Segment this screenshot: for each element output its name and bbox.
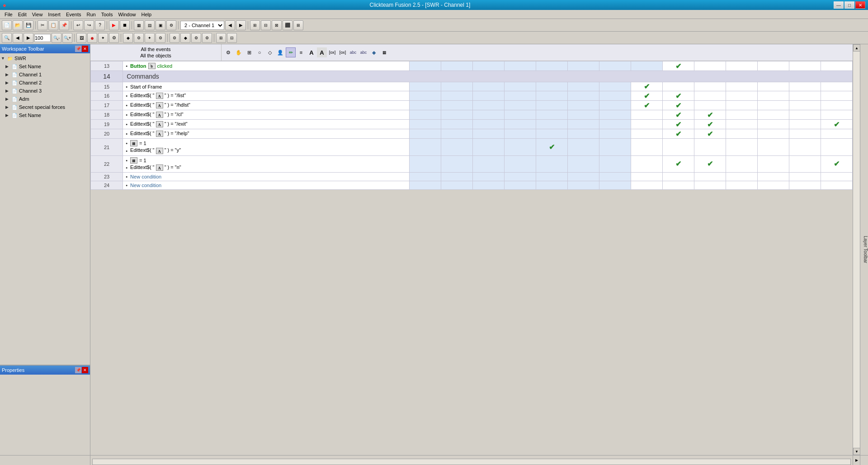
action-17-8[interactable]: ✔ <box>663 101 694 110</box>
obj-icon-text-a2[interactable]: A <box>317 47 327 57</box>
action-20-7[interactable] <box>631 129 663 139</box>
action-16-6[interactable] <box>599 91 631 101</box>
action-18-2[interactable] <box>473 110 505 120</box>
swr-expand-icon[interactable]: ▼ <box>1 56 6 61</box>
action-20-9[interactable]: ✔ <box>694 129 726 139</box>
action-15-9[interactable] <box>694 82 726 91</box>
action-24-0[interactable] <box>410 181 441 189</box>
action-15-12[interactable] <box>789 82 821 91</box>
action-24-9[interactable] <box>694 181 726 189</box>
condition-cell-24[interactable]: • New condition <box>123 181 410 189</box>
prev-result[interactable]: ◀ <box>13 33 23 43</box>
action-22-11[interactable] <box>758 155 789 172</box>
condition-cell-22[interactable]: • ▦ = 1 • Edittext$( " A " ) = "n" <box>123 155 410 172</box>
action-16-8[interactable]: ✔ <box>663 91 694 101</box>
zoom-out-button[interactable]: 🔍- <box>52 33 61 43</box>
stop2-button[interactable]: ⬛ <box>283 20 292 30</box>
tree-item-secretspecialforces[interactable]: ▶ 📄 Secret special forces <box>0 103 90 111</box>
action-15-4[interactable] <box>536 82 568 91</box>
help-button[interactable]: ? <box>95 20 105 30</box>
channel3-expand-icon[interactable]: ▶ <box>5 89 11 93</box>
obj-btn7[interactable]: ✦ <box>145 33 155 43</box>
close-button[interactable]: ✕ <box>855 1 865 9</box>
workspace-pin-button[interactable]: 📌 <box>75 46 81 52</box>
obj-btn1[interactable]: 🖼 <box>76 33 86 43</box>
condition-cell-21[interactable]: • ▦ = 1 • Edittext$( " A " ) = "y" <box>123 139 410 155</box>
action-24-13[interactable] <box>821 181 852 189</box>
action-24-4[interactable] <box>536 181 568 189</box>
action-17-2[interactable] <box>473 101 505 110</box>
action-19-3[interactable] <box>505 120 536 129</box>
action-19-2[interactable] <box>473 120 505 129</box>
workspace-panel-controls[interactable]: 📌 ✕ <box>75 46 88 52</box>
action-18-13[interactable] <box>821 110 852 120</box>
action-18-10[interactable] <box>726 110 758 120</box>
action-13-0[interactable] <box>410 61 441 71</box>
menu-edit[interactable]: Edit <box>15 11 29 18</box>
menu-window[interactable]: Window <box>115 11 138 18</box>
scroll-track[interactable] <box>853 52 860 448</box>
obj-icon-diamond[interactable]: ◇ <box>265 47 275 57</box>
action-23-6[interactable] <box>599 172 631 181</box>
action-13-12[interactable] <box>789 61 821 71</box>
action-20-6[interactable] <box>599 129 631 139</box>
action-19-9[interactable]: ✔ <box>694 120 726 129</box>
action-22-1[interactable] <box>441 155 473 172</box>
action-16-11[interactable] <box>758 91 789 101</box>
action-18-11[interactable] <box>758 110 789 120</box>
action-15-13[interactable] <box>821 82 852 91</box>
action-24-2[interactable] <box>473 181 505 189</box>
action-15-2[interactable] <box>473 82 505 91</box>
obj-icon-person[interactable]: 👤 <box>275 47 285 57</box>
obj-icon-abc1[interactable]: abc <box>348 47 358 57</box>
action-24-1[interactable] <box>441 181 473 189</box>
ssf-expand-icon[interactable]: ▶ <box>5 105 11 109</box>
obj-btn4[interactable]: ⚙ <box>109 33 119 43</box>
action-18-1[interactable] <box>441 110 473 120</box>
action-15-5[interactable] <box>568 82 599 91</box>
action-24-5[interactable] <box>568 181 599 189</box>
action-22-6[interactable] <box>599 155 631 172</box>
action-21-13[interactable] <box>821 139 852 155</box>
obj-btn6[interactable]: ⚙ <box>134 33 144 43</box>
action-21-8[interactable] <box>663 139 694 155</box>
action-16-12[interactable] <box>789 91 821 101</box>
action-22-5[interactable] <box>568 155 599 172</box>
action-22-8[interactable]: ✔ <box>663 155 694 172</box>
action-23-12[interactable] <box>789 172 821 181</box>
condition-cell-23[interactable]: • New condition <box>123 172 410 181</box>
horizontal-scrollbar[interactable] <box>92 459 851 465</box>
action-23-9[interactable] <box>694 172 726 181</box>
action-13-6[interactable] <box>599 61 631 71</box>
frame-editor-button[interactable]: ▦ <box>134 20 144 30</box>
action-17-1[interactable] <box>441 101 473 110</box>
action-20-4[interactable] <box>536 129 568 139</box>
setname2-expand-icon[interactable]: ▶ <box>5 113 11 117</box>
condition-cell-17[interactable]: • Edittext$( " A " ) = "/hdlst" <box>123 101 410 110</box>
action-15-8[interactable] <box>663 82 694 91</box>
action-17-6[interactable] <box>599 101 631 110</box>
action-17-5[interactable] <box>568 101 599 110</box>
run-button[interactable]: ▶ <box>109 20 119 30</box>
menu-tools[interactable]: Tools <box>99 11 116 18</box>
paste-button[interactable]: 📌 <box>59 20 69 30</box>
action-19-5[interactable] <box>568 120 599 129</box>
menu-view[interactable]: View <box>29 11 46 18</box>
obj-icon-lines[interactable]: ≡ <box>296 47 306 57</box>
setname1-expand-icon[interactable]: ▶ <box>5 64 11 69</box>
next-channel-button[interactable]: ▶ <box>236 20 246 30</box>
obj-icon-brackets2[interactable]: [ox] <box>338 47 348 57</box>
action-21-12[interactable] <box>789 139 821 155</box>
obj-icon-diamond2[interactable]: ◆ <box>369 47 379 57</box>
channel2-expand-icon[interactable]: ▶ <box>5 80 11 85</box>
zoom-input[interactable] <box>34 34 51 42</box>
action-22-12[interactable] <box>789 155 821 172</box>
action-21-1[interactable] <box>441 139 473 155</box>
action-24-11[interactable] <box>758 181 789 189</box>
minimize-button[interactable]: — <box>834 1 844 9</box>
action-22-4[interactable] <box>536 155 568 172</box>
action-20-11[interactable] <box>758 129 789 139</box>
obj-btn14[interactable]: ⊟ <box>227 33 237 43</box>
action-23-11[interactable] <box>758 172 789 181</box>
redo-button[interactable]: ↪ <box>84 20 94 30</box>
